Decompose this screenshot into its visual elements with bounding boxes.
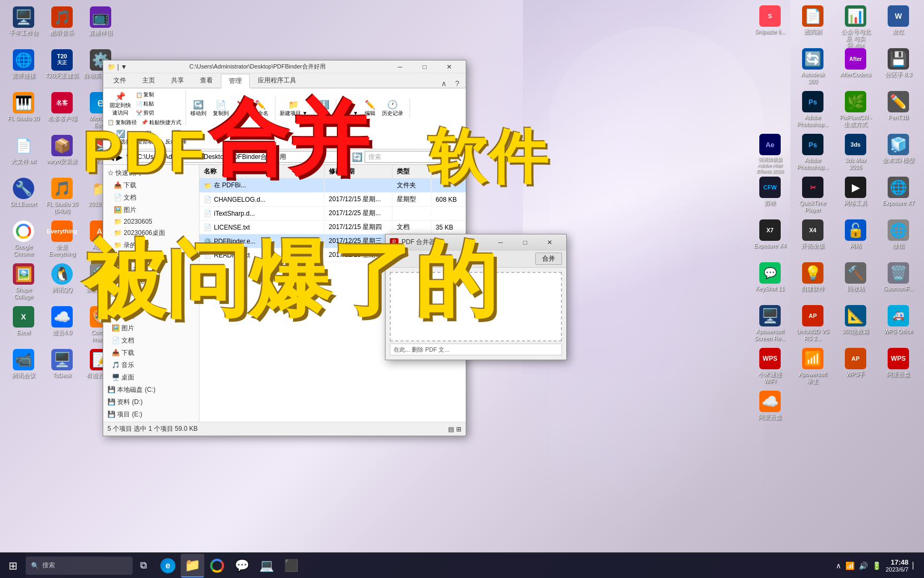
desktop-icon-pen[interactable]: ✏️ PenT3B [879, 89, 918, 123]
desktop-icon-wangluo[interactable]: 🌐 Exposure X7 [879, 174, 918, 209]
address-input[interactable]: C:\Users\Administrator\Desktop\PDFBinder… [134, 151, 350, 163]
desktop-icon-kaizhuan[interactable]: 🔓 网站 [836, 217, 875, 252]
desktop-icon-ps2[interactable]: Ps Adobe Photoshop... [794, 132, 832, 172]
tab-chakan[interactable]: 查看 [192, 73, 221, 88]
desktop-icon-fenshou[interactable]: 💾 分区手 8.3 [879, 46, 918, 80]
desktop-icon-huishouzhan[interactable]: 🗑️ GaomoniF... [879, 260, 918, 294]
search-input[interactable]: 搜索 [365, 151, 450, 163]
desktop-icon-kuanpingyinyue[interactable]: 🎵 酷听音乐 [43, 4, 81, 47]
nav-wps-cloud[interactable]: ☁️ WPS云盘 [103, 264, 199, 276]
file-row-1[interactable]: 📄iTextSharp.d... 2017/12/25 星期... [199, 207, 466, 220]
taskbar-search[interactable]: 🔍 搜索 [26, 557, 133, 575]
tab-zhuye[interactable]: 主页 [134, 73, 163, 88]
btn-edit[interactable]: ✏️编辑 [363, 98, 378, 118]
desktop-icon-aliyun[interactable]: ☁️ 阿里云盘 [751, 389, 789, 423]
desktop-icon-3dsmax[interactable]: 3ds 3ds Max 2016 [836, 132, 875, 172]
taskbar-edge[interactable]: e [156, 554, 180, 577]
desktop-icon-qiannianzhuotai[interactable]: 🖥️ 千年工作台 [4, 4, 43, 47]
desktop-icon-ps[interactable]: Ps Adobe Photoshop... [794, 89, 832, 130]
desktop-icon-daoyun[interactable]: ☁️ 道云4.0 [43, 304, 81, 347]
tray-up-arrow[interactable]: ∧ [836, 561, 841, 570]
nav-docs[interactable]: 📄 文档 [103, 192, 199, 204]
desktop-icon-jianying[interactable]: ✂ QuickTime Player [794, 174, 832, 215]
pdf-dropzone[interactable] [390, 272, 562, 341]
ribbon-collapse-btn[interactable]: ∧ [437, 79, 451, 88]
tab-guanli[interactable]: 管理 [221, 74, 250, 88]
btn-open[interactable]: 📂打开 ▼ [338, 98, 360, 118]
desktop-icon-jinmu[interactable]: 🧊 金木3D 模型 [879, 132, 918, 166]
nav-quick-access[interactable]: ☆ 快速访问 [103, 167, 199, 179]
btn-history[interactable]: 🕐历史记录 [380, 98, 405, 118]
tab-apptools[interactable]: 应用程序工具 [250, 73, 304, 88]
nav-download2[interactable]: 📥 下载 [103, 347, 199, 359]
view-tiles-btn[interactable]: ⊞ [456, 425, 461, 433]
nav-data-d[interactable]: 💾 资料 (D:) [103, 252, 199, 264]
taskbar-weixin[interactable]: 💬 [230, 554, 253, 577]
desktop-icon-jiangshe-aep[interactable]: Ae 强调加载版 Adobe After Effects 2020 [751, 132, 789, 176]
btn-new-item[interactable]: 📁新建项目 ▼ [278, 98, 310, 118]
nav-music[interactable]: 🎵 音乐 [103, 359, 199, 371]
desktop-icon-wps-tpl[interactable]: 📄 图四副 [794, 3, 832, 37]
pdf-close-btn[interactable]: ✕ [537, 234, 562, 250]
desktop-icon-snipaste[interactable]: S Snipaste li... [751, 3, 789, 37]
nav-e-drive[interactable]: 💾 项目 (E:) [103, 408, 199, 421]
desktop-icon-autodesk360[interactable]: 🔄 Autodesk 360 [794, 46, 832, 87]
desktop-icon-google[interactable]: Google Chrome [4, 218, 43, 261]
up-btn[interactable]: ⬆ [125, 152, 132, 162]
desktop-icon-pixplant[interactable]: 🌿 PixPlantCN - 生成方式 [836, 89, 875, 130]
desktop-icon-wangzhan2[interactable]: 🌐 微信 [879, 217, 918, 252]
back-btn[interactable]: ◀ [107, 152, 114, 162]
nav-d-drive[interactable]: 💾 资料 (D:) [103, 396, 199, 408]
desktop-icon-t20[interactable]: T20天正 T20天正建筑 [43, 47, 81, 90]
desktop-icon-zijian[interactable]: 🔨 回收站 [836, 260, 875, 294]
nav-c-drive[interactable]: 💾 本地磁盘 (C:) [103, 384, 199, 396]
close-button[interactable]: ✕ [437, 59, 461, 75]
desktop-icon-zhibo[interactable]: 📺 直播伴侣 [81, 4, 120, 47]
btn-select-all[interactable]: ☑️全部选择 [107, 128, 133, 147]
desktop-icon-exposure4[interactable]: X4 开拓全版 [794, 217, 832, 252]
nav-video[interactable]: 📹 视频 [103, 310, 199, 322]
col-size[interactable]: 大小 [432, 165, 466, 178]
view-details-btn[interactable]: ▤ [448, 425, 454, 433]
tab-gongxiang[interactable]: 共享 [163, 73, 192, 88]
desktop-icon-quicktime[interactable]: ▶ 网络工具 [836, 174, 875, 209]
desktop-icon-word[interactable]: W 发红 [879, 3, 918, 37]
desktop-icon-varyo[interactable]: 📦 varyo安装发 [43, 133, 81, 176]
col-type[interactable]: 类型 [392, 165, 432, 178]
nav-g-drive[interactable]: 💾 后期素材 (G:) [103, 421, 199, 422]
task-view-btn[interactable]: ⧉ [133, 553, 154, 579]
minimize-button[interactable]: ─ [388, 59, 412, 75]
btn-moveto[interactable]: ↪️移动到 [188, 98, 209, 118]
btn-pin-quick[interactable]: 📌 固定到快 速访问 [107, 90, 133, 118]
desktop-icon-unfold3d[interactable]: 📐 360急救箱 [836, 303, 875, 337]
desktop-icon-apowersoft2[interactable]: AP WPS手 [836, 346, 875, 380]
col-date[interactable]: 修改日期 [325, 165, 392, 178]
nav-desktop[interactable]: 🖥️ 桌面 [103, 371, 199, 384]
desktop-icon-360jijiu[interactable]: 🚑 WPS Office [879, 303, 918, 337]
refresh-btn[interactable]: 🔄 [352, 152, 363, 162]
nav-pics2[interactable]: 🖼️ 图片 [103, 322, 199, 334]
nav-auto[interactable]: 💻 Auto... [103, 299, 199, 310]
desktop-icon-gaomoni[interactable]: 🖥️ Apowersoft Screen Re... [751, 303, 789, 344]
btn-paste-shortcut[interactable]: 📌 粘贴快捷方式 [141, 119, 181, 126]
desktop-icon-todesk[interactable]: 🖥️ ToDesk [43, 347, 81, 390]
col-name[interactable]: 名称 [199, 165, 325, 178]
taskbar-thispc[interactable]: 💻 [255, 554, 278, 577]
desktop-icon-mingke[interactable]: 名客 名客客户端 [43, 90, 81, 133]
desktop-icon-wps-office[interactable]: WPS 小米速连WIFI [751, 346, 789, 386]
nav-20230606[interactable]: 📁 20230606桌面 [103, 227, 199, 239]
taskbar-chrome[interactable] [205, 554, 229, 577]
desktop-icon-keyshot[interactable]: 💡 自建软件 [794, 260, 832, 294]
btn-properties[interactable]: ℹ️属性 [317, 98, 332, 118]
nav-lujiao[interactable]: 📁 录的教程 [103, 239, 199, 252]
tab-wenjian[interactable]: 文件 [105, 73, 134, 88]
btn-invert[interactable]: 🔃反向选择 [163, 128, 189, 147]
pdf-minimize-btn[interactable]: ─ [488, 234, 513, 250]
desktop-icon-clash[interactable]: CFW 剪映 [751, 174, 789, 209]
btn-select-none[interactable]: ☐全部取消 [135, 128, 161, 147]
btn-rename[interactable]: ✏️重命名 [250, 98, 271, 118]
taskbar-explorer[interactable]: 📁 [181, 554, 204, 577]
desktop-icon-fl20[interactable]: 🎹 FL Studio 20 [4, 90, 43, 133]
start-button[interactable]: ⊞ [0, 553, 26, 579]
desktop-icon-kuandai[interactable]: 🌐 宽带连接 [4, 47, 43, 90]
